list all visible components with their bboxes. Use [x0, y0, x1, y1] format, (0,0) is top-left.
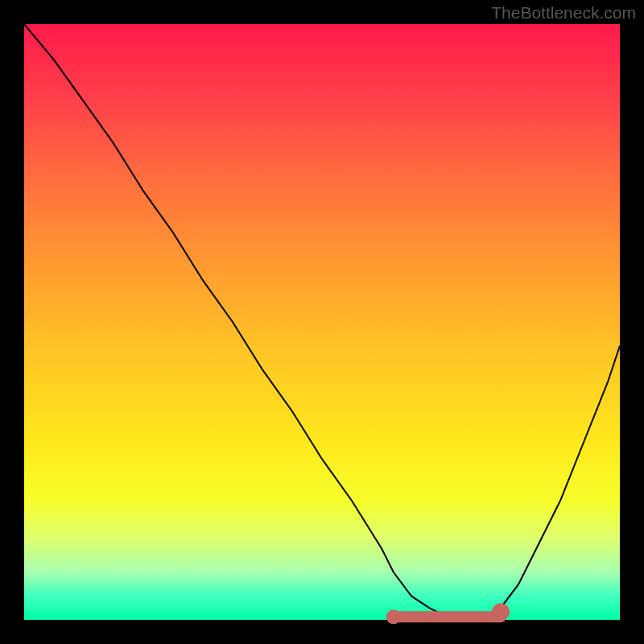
bottleneck-curve-line: [24, 24, 620, 617]
watermark-text: TheBottleneck.com: [491, 3, 636, 23]
optimal-marker: [386, 603, 510, 624]
svg-point-1: [386, 609, 401, 624]
chart-svg: [24, 24, 620, 620]
svg-point-2: [492, 603, 510, 621]
